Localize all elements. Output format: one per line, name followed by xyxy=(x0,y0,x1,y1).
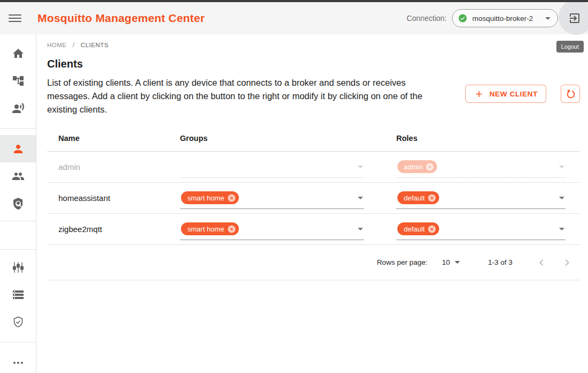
next-page-button[interactable] xyxy=(554,250,580,275)
storage-icon xyxy=(12,288,25,301)
sidebar-item-topic-tree[interactable] xyxy=(0,67,36,94)
sidebar-item-streams[interactable] xyxy=(0,281,36,308)
table-row[interactable]: zigbee2mqttsmart homedefault xyxy=(47,214,580,245)
sidebar-item-roles[interactable] xyxy=(0,190,36,217)
rows-per-page-label: Rows per page: xyxy=(377,258,428,266)
chip: default xyxy=(397,191,439,204)
breadcrumb-separator: / xyxy=(73,41,75,49)
chevron-down-icon xyxy=(559,166,564,168)
sidebar-item-settings[interactable] xyxy=(0,253,36,281)
sidebar-item-connections[interactable] xyxy=(0,94,36,122)
page-actions: NEW CLIENT xyxy=(465,76,580,116)
page-description: List of existing clients. A client is an… xyxy=(47,76,449,116)
sidebar-divider xyxy=(0,128,36,129)
plus-icon xyxy=(474,89,484,99)
chip-delete-icon[interactable] xyxy=(427,225,436,234)
chip: smart home xyxy=(181,222,239,235)
chevron-down-icon xyxy=(358,197,363,199)
sidebar-item-security[interactable] xyxy=(0,308,36,335)
chip-delete-icon[interactable] xyxy=(425,162,434,171)
more-horiz-icon xyxy=(12,356,25,369)
person-icon xyxy=(12,143,25,155)
menu-icon[interactable] xyxy=(9,12,21,25)
topic-tree-icon xyxy=(12,74,25,87)
sidebar xyxy=(0,34,36,373)
chip: smart home xyxy=(181,191,239,204)
client-name: zigbee2mqtt xyxy=(47,225,171,234)
groups-select[interactable] xyxy=(180,156,364,178)
rows-per-page-value[interactable]: 10 xyxy=(442,258,450,266)
chevron-right-icon xyxy=(561,256,574,269)
chevron-down-icon xyxy=(559,197,564,199)
app-bar: Mosquitto Management Center Connection: … xyxy=(0,0,588,34)
app-bar-right: Connection: mosquitto-broker-2 xyxy=(406,9,558,27)
window-top-edge xyxy=(0,0,588,2)
client-name: admin xyxy=(47,162,171,171)
roles-select[interactable]: default xyxy=(396,219,566,240)
chip-label: admin xyxy=(404,163,423,171)
roles-cell: default xyxy=(388,219,580,240)
group-icon xyxy=(12,170,25,183)
check-circle-icon xyxy=(458,13,468,23)
new-client-button[interactable]: NEW CLIENT xyxy=(465,85,546,103)
sidebar-divider xyxy=(0,249,36,250)
groups-cell: smart home xyxy=(171,219,388,240)
chip-label: smart home xyxy=(187,194,224,202)
sidebar-spacer xyxy=(0,225,36,245)
sidebar-divider xyxy=(0,221,36,221)
previous-page-button[interactable] xyxy=(529,250,554,275)
sidebar-item-home[interactable] xyxy=(0,40,36,67)
table-row[interactable]: adminadmin xyxy=(47,152,580,183)
policy-icon xyxy=(12,197,25,210)
verified-shield-icon xyxy=(12,316,25,329)
roles-cell: admin xyxy=(388,156,580,178)
breadcrumb-current: CLIENTS xyxy=(81,42,109,48)
chevron-down-icon xyxy=(358,228,363,230)
chevron-down-icon xyxy=(559,228,564,230)
rows-per-page-caret-icon[interactable] xyxy=(455,261,460,264)
groups-cell xyxy=(171,156,388,178)
table-row[interactable]: homeassistantsmart homedefault xyxy=(47,183,580,214)
roles-select[interactable]: admin xyxy=(396,156,566,178)
logout-tooltip: Logout xyxy=(556,41,584,53)
sidebar-item-groups[interactable] xyxy=(0,162,36,190)
chevron-down-icon xyxy=(545,17,551,20)
table-body: adminadminhomeassistantsmart homedefault… xyxy=(47,152,580,245)
main-content: HOME / CLIENTS Clients List of existing … xyxy=(37,34,588,373)
chip: admin xyxy=(397,160,437,173)
connection-select[interactable]: mosquitto-broker-2 xyxy=(452,9,558,27)
refresh-button[interactable] xyxy=(561,85,580,103)
logout-button[interactable] xyxy=(559,0,588,35)
sidebar-item-clients[interactable] xyxy=(0,135,36,162)
table-header: Name Groups Roles xyxy=(47,134,580,152)
chip-label: smart home xyxy=(187,225,224,233)
connection-label: Connection: xyxy=(406,14,447,23)
pagination-range: 1-3 of 3 xyxy=(488,258,512,266)
chip-delete-icon[interactable] xyxy=(227,193,236,203)
clients-table: Name Groups Roles adminadminhomeassistan… xyxy=(47,134,580,280)
chevron-down-icon xyxy=(358,166,363,168)
refresh-icon xyxy=(564,88,576,100)
sidebar-item-more[interactable] xyxy=(0,349,36,373)
chevron-left-icon xyxy=(535,256,548,269)
page-title: Clients xyxy=(47,58,580,70)
column-header-roles: Roles xyxy=(388,134,580,143)
chip-delete-icon[interactable] xyxy=(427,193,436,203)
logout-icon xyxy=(568,12,581,25)
settings-sliders-icon xyxy=(12,261,25,274)
sidebar-divider xyxy=(0,342,36,342)
groups-cell: smart home xyxy=(171,188,388,209)
chip-label: default xyxy=(404,194,425,202)
roles-select[interactable]: default xyxy=(396,188,566,209)
roles-cell: default xyxy=(388,188,580,209)
groups-select[interactable]: smart home xyxy=(180,188,364,209)
connection-value: mosquitto-broker-2 xyxy=(472,14,533,23)
groups-select[interactable]: smart home xyxy=(180,219,364,240)
chip: default xyxy=(397,222,439,235)
breadcrumb-home[interactable]: HOME xyxy=(47,42,67,48)
record-voice-over-icon xyxy=(12,102,25,115)
column-header-name: Name xyxy=(47,134,171,143)
new-client-label: NEW CLIENT xyxy=(489,90,538,98)
client-name: homeassistant xyxy=(47,193,171,203)
chip-delete-icon[interactable] xyxy=(227,225,236,234)
